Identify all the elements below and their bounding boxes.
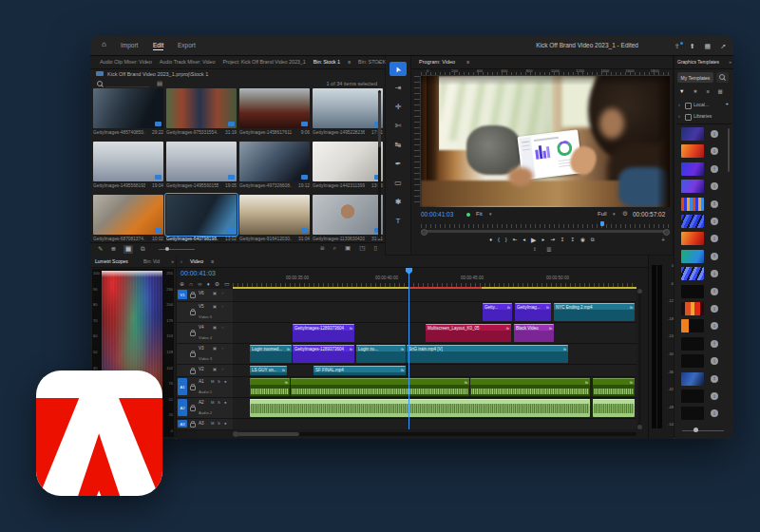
media-item-thumbnail[interactable] (166, 88, 237, 128)
template-info-button[interactable]: i (711, 200, 718, 208)
track-header-v3[interactable]: V3Video 3▣○ (177, 344, 233, 365)
track-output-toggle-eye-icon[interactable]: ○ (221, 291, 224, 295)
templates-overflow-chevron[interactable]: » (729, 59, 732, 65)
track-mute-button[interactable]: M (211, 379, 215, 384)
track-header-a1[interactable]: A1A1Audio 1MS● (177, 377, 233, 398)
readout-pencil-icon[interactable]: ✎ (98, 246, 103, 253)
track-sync-lock-icon[interactable]: ▣ (213, 367, 217, 371)
timeline-clip-sf-final-mp4[interactable]: SF FINAL.mp4fx (314, 366, 406, 375)
captions-icon[interactable]: ▭ (224, 281, 230, 287)
track-sync-lock-icon[interactable]: ▣ (213, 346, 217, 351)
new-item-icon[interactable]: ◳ (359, 245, 365, 252)
timeline-timecode[interactable]: 00:00:41:03 (180, 270, 216, 276)
media-item-thumbnail[interactable] (93, 195, 163, 235)
program-panel-menu-icon[interactable]: ≡ (466, 59, 469, 65)
template-item[interactable]: i (674, 406, 733, 423)
razor-tool[interactable]: ✄ (390, 119, 407, 133)
tab-bin-vid[interactable]: Bin: Vid (143, 258, 160, 264)
templates-zoom-knob[interactable] (694, 428, 698, 432)
track-voiceover-mic-icon[interactable]: ● (224, 421, 227, 426)
media-item-thumbnail[interactable] (313, 195, 383, 235)
template-item[interactable]: i (674, 318, 733, 335)
list-view-icon[interactable]: ≣ (110, 246, 115, 253)
timeline-clip-ls-guy-on[interactable]: LS GUY on...fx (250, 366, 287, 375)
track-lane-a3[interactable] (233, 419, 636, 429)
template-thumbnail[interactable] (681, 144, 704, 158)
timeline-clip-multiscreen-layout-k0-05[interactable]: Multiscreen_Layout_K0_05fx (426, 324, 511, 342)
template-info-button[interactable]: i (711, 322, 718, 330)
track-lane-v2[interactable] (233, 365, 636, 377)
search-icon[interactable] (97, 81, 103, 86)
selection-tool[interactable]: ➤ (390, 62, 407, 76)
track-header-a2[interactable]: A2A2Audio 2MS● (177, 398, 233, 419)
timeline-clip-sng-train-mp4-v[interactable]: SnG train.mp4 [V]fx (407, 345, 568, 363)
timeline-clip-login-zoomed[interactable]: Login zoomed...fx (250, 345, 292, 363)
track-sync-lock-icon[interactable]: ▣ (213, 291, 217, 295)
program-zoom-bar[interactable] (421, 230, 670, 233)
timeline-settings-icon[interactable]: ⚙ (215, 281, 219, 287)
timeline-tab[interactable]: Video (190, 258, 203, 264)
go-to-out-icon[interactable]: ⇥ (550, 238, 555, 243)
template-thumbnail[interactable] (681, 354, 704, 368)
timeline-clip-gettyimages-1289373604[interactable]: GettyImages-1289373604...fx (293, 324, 354, 342)
timeline-tracks-area[interactable]: Getty...fxGettyImag...fxNYC Ending 2.mp4… (233, 289, 636, 429)
template-info-button[interactable]: i (711, 392, 718, 400)
template-item[interactable]: i (674, 214, 733, 231)
template-item[interactable]: i (674, 162, 733, 179)
tree-expand-chevron-icon[interactable]: › (678, 102, 680, 107)
tree-item-libraries[interactable]: ›Libraries (674, 111, 733, 123)
bin-view-folder-icon[interactable]: ▤ (157, 81, 162, 87)
thumbnail-size-knob[interactable] (165, 247, 169, 251)
template-item[interactable]: i (674, 353, 733, 370)
template-info-button[interactable]: i (711, 218, 718, 225)
pen-tool[interactable]: ✒ (390, 157, 407, 171)
template-info-button[interactable]: i (711, 235, 718, 242)
maximize-icon[interactable]: ↗ (720, 43, 726, 49)
template-thumbnail[interactable] (681, 198, 704, 211)
timeline-playhead[interactable] (408, 268, 409, 429)
filter-funnel-icon[interactable]: ▼ (679, 89, 684, 95)
step-back-icon[interactable]: ◂ (522, 238, 525, 243)
timeline-horizontal-scrollbar[interactable] (233, 432, 636, 436)
scopes-overflow-chevron[interactable]: » (171, 258, 174, 264)
track-header-a3[interactable]: A3A3MS● (177, 419, 233, 430)
tab-project-kick-off-brand-video-2023-1[interactable]: Project: Kick Off Brand Video 2023_1 (222, 59, 305, 65)
program-scrubber[interactable] (421, 221, 670, 228)
template-item[interactable]: i (674, 336, 733, 353)
new-bin-icon[interactable]: ▣ (345, 245, 351, 252)
track-voiceover-mic-icon[interactable]: ● (224, 379, 227, 384)
delete-icon[interactable]: ▯ (373, 245, 377, 252)
media-item-thumbnail[interactable] (313, 88, 383, 128)
media-item-thumbnail[interactable] (93, 88, 163, 128)
template-info-button[interactable]: i (711, 147, 718, 155)
track-lock-icon[interactable] (190, 352, 196, 358)
track-lock-icon[interactable] (190, 423, 196, 428)
panel-view-icon[interactable]: ▦ (718, 89, 723, 95)
track-solo-button[interactable]: S (218, 400, 220, 405)
automate-to-sequence-icon[interactable]: ⧈ (320, 245, 324, 252)
timeline-clip[interactable] (593, 399, 635, 417)
timeline-vertical-scrollbar[interactable] (638, 289, 641, 429)
tab-bin-stock-1[interactable]: Bin: Stock 1 (314, 59, 340, 65)
program-tab[interactable]: Program: Video (419, 59, 455, 65)
share-icon[interactable]: ⬆ (690, 43, 695, 49)
track-output-toggle-eye-icon[interactable]: ○ (221, 367, 224, 371)
track-lock-icon[interactable] (190, 386, 196, 391)
template-item[interactable]: i (674, 249, 733, 266)
freeform-view-icon[interactable]: ⧉ (141, 246, 145, 253)
template-info-button[interactable]: i (711, 165, 718, 173)
template-thumbnail[interactable] (681, 337, 704, 351)
track-header-v2[interactable]: V2▣○ (177, 365, 233, 377)
menu-edit[interactable]: Edit (153, 42, 163, 50)
linked-selection-icon[interactable]: ∞ (198, 281, 201, 287)
media-item-thumbnail[interactable] (239, 195, 310, 235)
mark-out-icon[interactable]: } (505, 238, 507, 243)
media-item-thumbnail[interactable] (166, 142, 237, 181)
template-info-button[interactable]: i (711, 409, 718, 417)
extract-icon[interactable]: ↧ (570, 238, 575, 243)
source-patch-a2[interactable]: A2 (178, 399, 187, 416)
templates-zoom-slider[interactable] (682, 430, 724, 431)
template-thumbnail[interactable] (681, 267, 704, 280)
tab-overflow-chevron[interactable]: » (378, 59, 381, 65)
template-thumbnail[interactable] (681, 180, 704, 193)
